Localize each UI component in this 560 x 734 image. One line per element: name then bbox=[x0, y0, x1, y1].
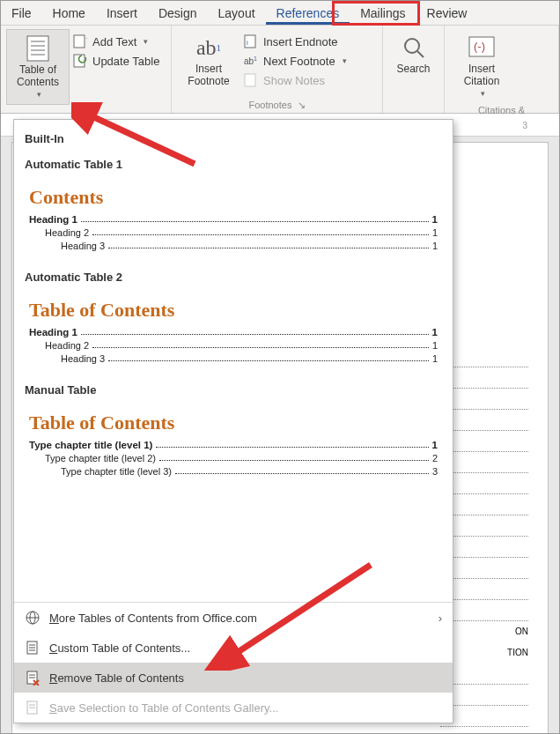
group-label bbox=[388, 99, 438, 111]
chevron-down-icon: ▾ bbox=[144, 37, 148, 46]
bg-row-text: TION bbox=[440, 648, 528, 664]
search-icon bbox=[402, 33, 426, 63]
table-of-contents-button[interactable]: Table of Contents ▾ bbox=[6, 29, 70, 105]
bg-content: s ON TION bbox=[440, 319, 528, 734]
insert-footnote-button[interactable]: ab1 Insert Footnote bbox=[177, 29, 240, 98]
tab-file[interactable]: File bbox=[1, 1, 42, 25]
bg-row-text: ON bbox=[440, 626, 528, 642]
more-tables-label: More Tables of Contents from Office.com bbox=[49, 612, 257, 625]
insert-citation-button[interactable]: (-) Insert Citation ▾ bbox=[450, 29, 513, 103]
tab-mailings[interactable]: Mailings bbox=[350, 1, 416, 25]
svg-text:+: + bbox=[86, 34, 87, 43]
manual-table-preview[interactable]: Table of Contents Type chapter title (le… bbox=[25, 405, 442, 489]
chevron-down-icon: ▾ bbox=[481, 87, 485, 100]
search-button[interactable]: Search bbox=[388, 29, 438, 99]
save-selection-item: Save Selection to Table of Contents Gall… bbox=[14, 693, 453, 723]
search-label: Search bbox=[396, 63, 430, 75]
svg-text:1: 1 bbox=[254, 56, 257, 62]
add-text-button[interactable]: + Add Text▾ bbox=[70, 33, 163, 50]
remove-icon bbox=[25, 670, 41, 686]
show-notes-button: Show Notes bbox=[240, 71, 350, 89]
save-gallery-icon bbox=[25, 700, 41, 715]
svg-rect-0 bbox=[27, 36, 48, 61]
remove-toc-item[interactable]: Remove Table of Contents bbox=[14, 663, 453, 693]
bg-title-fragment: s bbox=[440, 319, 528, 339]
next-footnote-button[interactable]: ab1 Next Footnote▾ bbox=[240, 52, 350, 70]
next-footnote-icon: ab1 bbox=[244, 54, 258, 68]
toc-dropdown: Built-In Automatic Table 1 Contents Head… bbox=[13, 119, 453, 723]
citation-icon: (-) bbox=[468, 33, 495, 63]
auto-table-2-preview[interactable]: Table of Contents Heading 11 Heading 21 … bbox=[25, 293, 442, 376]
auto-table-1-preview[interactable]: Contents Heading 11 Heading 21 Heading 3… bbox=[25, 180, 442, 263]
ruler-mark: 3 bbox=[522, 121, 527, 130]
update-table-label: Update Table bbox=[92, 55, 159, 68]
add-text-icon: + bbox=[73, 34, 87, 48]
chevron-down-icon: ▾ bbox=[37, 88, 41, 100]
update-icon bbox=[73, 54, 87, 68]
save-selection-label: Save Selection to Table of Contents Gall… bbox=[49, 701, 278, 715]
dropdown-footer: More Tables of Contents from Office.com … bbox=[14, 602, 453, 723]
manual-table-label: Manual Table bbox=[25, 383, 442, 397]
auto-table-2-label: Automatic Table 2 bbox=[25, 271, 442, 284]
tab-references[interactable]: References bbox=[266, 1, 350, 25]
toc-icon bbox=[26, 33, 49, 63]
tab-review[interactable]: Review bbox=[416, 1, 478, 25]
show-notes-icon bbox=[244, 73, 258, 87]
ribbon: Table of Contents ▾ + Add Text▾ Update T… bbox=[1, 26, 559, 114]
svg-point-13 bbox=[405, 39, 419, 53]
svg-text:(-): (-) bbox=[474, 40, 485, 53]
svg-line-14 bbox=[417, 51, 424, 57]
update-table-button[interactable]: Update Table bbox=[70, 52, 163, 70]
show-notes-label: Show Notes bbox=[263, 74, 325, 87]
toc-label: Table of Contents bbox=[17, 63, 59, 88]
tab-insert[interactable]: Insert bbox=[96, 1, 148, 25]
remove-toc-label: Remove Table of Contents bbox=[49, 671, 184, 685]
svg-rect-5 bbox=[74, 35, 85, 48]
insert-footnote-label: Insert Footnote bbox=[188, 63, 229, 87]
svg-text:ab: ab bbox=[244, 56, 254, 66]
custom-toc-label: Custom Table of Contents... bbox=[49, 641, 190, 655]
endnote-icon: i bbox=[244, 34, 258, 48]
globe-icon bbox=[25, 610, 41, 626]
ribbon-tabs: File Home Insert Design Layout Reference… bbox=[1, 1, 559, 26]
footnotes-group-label: Footnotes ↘ bbox=[177, 98, 377, 111]
tab-layout[interactable]: Layout bbox=[208, 1, 266, 25]
custom-toc-item[interactable]: Custom Table of Contents... bbox=[14, 633, 453, 663]
chevron-right-icon: › bbox=[438, 612, 442, 625]
builtin-header: Built-In bbox=[25, 132, 442, 145]
preview-title: Table of Contents bbox=[29, 411, 438, 434]
more-tables-item[interactable]: More Tables of Contents from Office.com … bbox=[14, 603, 453, 633]
insert-endnote-button[interactable]: i Insert Endnote bbox=[240, 33, 350, 50]
svg-text:i: i bbox=[247, 39, 248, 47]
svg-rect-12 bbox=[245, 74, 255, 86]
preview-title: Table of Contents bbox=[29, 299, 438, 322]
tab-home[interactable]: Home bbox=[42, 1, 96, 25]
next-footnote-label: Next Footnote bbox=[263, 55, 335, 68]
preview-title: Contents bbox=[29, 186, 438, 209]
insert-citation-label: Insert Citation bbox=[464, 63, 500, 87]
auto-table-1-label: Automatic Table 1 bbox=[25, 158, 442, 171]
document-icon bbox=[25, 640, 41, 656]
footnote-icon: ab1 bbox=[196, 33, 221, 63]
insert-endnote-label: Insert Endnote bbox=[263, 35, 338, 48]
chevron-down-icon: ▾ bbox=[343, 56, 347, 65]
add-text-label: Add Text bbox=[92, 35, 136, 48]
tab-design[interactable]: Design bbox=[148, 1, 208, 25]
